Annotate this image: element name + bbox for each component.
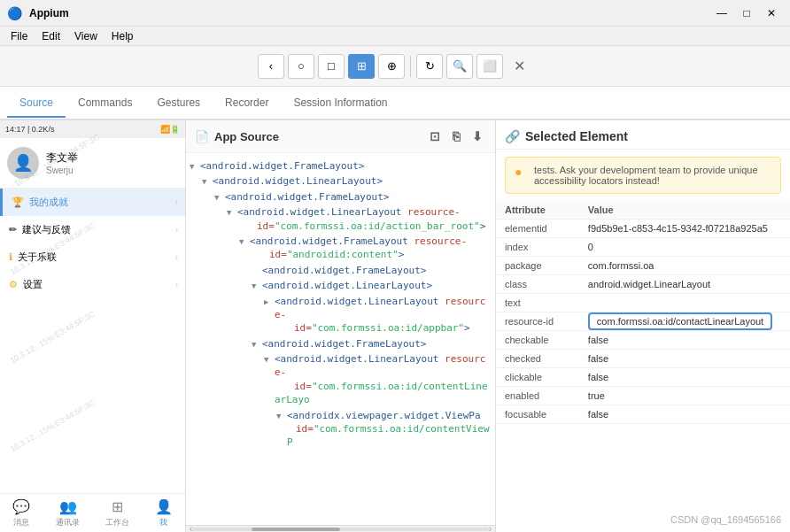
tree-row-5[interactable]: <android.widget.FrameLayout>	[248, 263, 495, 278]
phone-nav-contacts[interactable]: 👥 通讯录	[56, 498, 80, 528]
globe-button[interactable]: ⊕	[378, 54, 405, 79]
phone-nav-messages[interactable]: 💬 消息	[12, 498, 30, 528]
selected-element-section: 🔗 Selected Element	[496, 120, 790, 150]
copy-icon[interactable]: ⎘	[449, 127, 463, 145]
right-panel-body: ● tests. Ask your development team to pr…	[496, 150, 790, 532]
attr-value-index: 0	[579, 238, 790, 257]
tab-gestures[interactable]: Gestures	[144, 89, 213, 118]
toggle-10[interactable]: ▼	[276, 411, 287, 422]
square-button[interactable]: □	[318, 54, 345, 79]
tab-session[interactable]: Session Information	[281, 89, 399, 118]
refresh-button[interactable]: ↻	[416, 54, 443, 79]
doc-icon: 📄	[195, 130, 209, 143]
tree-row-3[interactable]: ▼ <android.widget.LinearLayout resource-…	[223, 204, 495, 234]
app-icon: 🔵	[7, 6, 22, 20]
tab-commands[interactable]: Commands	[66, 89, 144, 118]
tree-tag-2: <android.widget.FrameLayout>	[225, 190, 389, 204]
attr-value-enabled: true	[579, 387, 790, 405]
toggle-3[interactable]: ▼	[227, 207, 237, 219]
attr-name-enabled: enabled	[496, 387, 579, 405]
attributes-table: Attribute Value elementid f9d5b9e1-c853-…	[496, 201, 790, 424]
toggle-0[interactable]: ▼	[190, 161, 200, 173]
app-source-header: 📄 App Source ⊡ ⎘ ⬇	[186, 120, 495, 153]
minimize-button[interactable]: —	[710, 4, 733, 22]
toggle-6[interactable]: ▼	[252, 281, 262, 292]
back-button[interactable]: ‹	[258, 54, 284, 79]
tab-source[interactable]: Source	[7, 89, 66, 118]
menu-edit[interactable]: Edit	[35, 28, 67, 44]
source-scrollbar[interactable]: ‹ ›	[186, 525, 495, 532]
workspace-icon: ⊞	[112, 498, 123, 515]
about-dot: ℹ	[9, 251, 12, 263]
watermark-text-3: 10.3.12...15%:E3:44:5F:3C	[9, 310, 97, 366]
phone-nav-workspace[interactable]: ⊞ 工作台	[105, 498, 129, 528]
tree-row-10[interactable]: ▼ <androidx.viewpager.widget.ViewPa id="…	[273, 408, 495, 451]
attr-row-resourceid: resource-id com.formssi.oa:id/contactLin…	[496, 312, 790, 331]
feedback-label: 建议与反馈	[22, 223, 71, 236]
circle-button[interactable]: ○	[288, 54, 314, 79]
attr-name-resourceid: resource-id	[496, 312, 579, 331]
expand-icon[interactable]: ⊡	[426, 127, 444, 145]
tree-row-2[interactable]: ▼ <android.widget.FrameLayout>	[211, 189, 495, 204]
tree-row-8[interactable]: ▼ <android.widget.FrameLayout>	[248, 336, 495, 351]
about-label: 关于乐联	[18, 251, 57, 264]
toolbar-close-button[interactable]: ✕	[507, 54, 532, 78]
tree-row-0[interactable]: ▼ <android.widget.FrameLayout>	[186, 158, 495, 173]
toggle-1[interactable]: ▼	[202, 176, 213, 188]
tree-row-9[interactable]: ▼ <android.widget.LinearLayout resource-…	[260, 351, 495, 408]
toggle-4[interactable]: ▼	[239, 236, 250, 248]
phone-menu-feedback[interactable]: ✏ 建议与反馈 ›	[0, 216, 185, 243]
settings-dot: ⚙	[9, 279, 18, 290]
attr-row-checked: checked false	[496, 350, 790, 368]
tab-bar: Source Commands Gestures Recorder Sessio…	[0, 87, 790, 120]
close-button[interactable]: ✕	[760, 4, 783, 22]
phone-menu-settings[interactable]: ⚙ 设置 ›	[0, 271, 185, 298]
tree-tag-9: <android.widget.LinearLayout resource- i…	[275, 352, 492, 407]
achievements-arrow: ›	[175, 197, 178, 207]
phone-menu-about[interactable]: ℹ 关于乐联 ›	[0, 243, 185, 271]
toggle-2[interactable]: ▼	[214, 192, 225, 204]
tab-recorder[interactable]: Recorder	[213, 89, 281, 118]
search-button[interactable]: 🔍	[446, 54, 473, 79]
contacts-label: 通讯录	[56, 517, 80, 528]
attr-name-checked: checked	[496, 350, 579, 368]
toggle-9[interactable]: ▼	[264, 354, 275, 366]
attr-value-class: android.widget.LinearLayout	[579, 275, 790, 294]
attr-row-checkable: checkable false	[496, 331, 790, 350]
record-button[interactable]: ⬜	[476, 54, 503, 79]
toggle-7[interactable]: ▶	[264, 297, 275, 308]
phone-menu-achievements[interactable]: 🏆 我的成就 ›	[0, 189, 185, 216]
tree-row-1[interactable]: ▼ <android.widget.LinearLayout>	[198, 173, 495, 189]
phone-nav-me[interactable]: 👤 我	[155, 498, 173, 528]
settings-label: 设置	[23, 278, 43, 291]
tree-node-0: ▼ <android.widget.FrameLayout> ▼ <androi…	[186, 157, 495, 452]
achievements-label: 我的成就	[29, 196, 68, 209]
phone-username: 李文举	[46, 150, 78, 166]
phone-avatar: 👤	[7, 147, 39, 179]
achievements-icon: 🏆	[12, 197, 24, 208]
attr-col-header: Attribute	[496, 201, 579, 220]
attr-value-package: com.formssi.oa	[579, 257, 790, 275]
tree-row-7[interactable]: ▶ <android.widget.LinearLayout resource-…	[260, 294, 495, 336]
attr-row-package: package com.formssi.oa	[496, 257, 790, 275]
menu-help[interactable]: Help	[105, 28, 141, 44]
attr-name-focusable: focusable	[496, 405, 579, 424]
menu-file[interactable]: File	[4, 28, 35, 44]
attr-name-checkable: checkable	[496, 331, 579, 350]
grid-button[interactable]: ⊞	[348, 54, 375, 79]
phone-user-info: 李文举 Swerju	[46, 150, 78, 175]
attr-value-resourceid: com.formssi.oa:id/contactLinearLayout	[579, 312, 790, 331]
maximize-button[interactable]: □	[735, 4, 758, 22]
attr-value-checkable: false	[579, 331, 790, 350]
attr-name-class: class	[496, 275, 579, 294]
menu-view[interactable]: View	[67, 28, 105, 44]
tree-row-6[interactable]: ▼ <android.widget.LinearLayout>	[248, 278, 495, 293]
alert-icon: ●	[515, 165, 529, 179]
scroll-right[interactable]: ›	[489, 524, 492, 532]
download-icon[interactable]: ⬇	[469, 127, 486, 145]
toggle-8[interactable]: ▼	[252, 339, 262, 351]
attr-value-clickable: false	[579, 368, 790, 387]
attr-name-text: text	[496, 294, 579, 312]
tree-row-4[interactable]: ▼ <android.widget.FrameLayout resource- …	[236, 234, 495, 263]
separator	[410, 56, 411, 77]
